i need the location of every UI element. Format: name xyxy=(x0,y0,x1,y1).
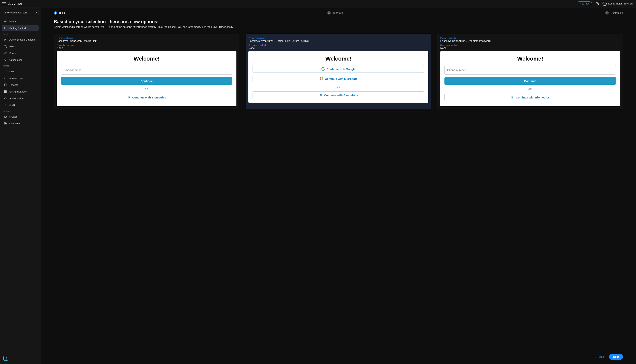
svg-rect-17 xyxy=(5,92,6,93)
sidebar-item-authorization[interactable]: Authorization xyxy=(2,95,39,101)
email-input[interactable] xyxy=(61,65,232,74)
or-text: OR xyxy=(337,86,340,88)
sidebar-item-project[interactable]: Project xyxy=(2,114,39,120)
preview-1: Welcome! Continue OR Continue with Biome… xyxy=(57,52,236,106)
sidebar-item-users[interactable]: Users xyxy=(2,68,39,74)
sidebar-item-getting-started[interactable]: Getting Started xyxy=(2,25,39,31)
menu-icon[interactable] xyxy=(2,2,6,5)
building-icon xyxy=(4,83,7,86)
option-card-1[interactable]: Primary methods: Passkeys (WebAuthn), Ma… xyxy=(54,34,239,109)
primary-label: Primary methods: xyxy=(440,37,620,39)
puzzle-icon xyxy=(4,58,7,62)
main: 1 Build 2 Integrate 3 Customize Based on… xyxy=(41,8,636,364)
sidebar-item-flows[interactable]: Flows xyxy=(2,43,39,49)
svg-point-3 xyxy=(5,40,6,40)
step-customize[interactable]: 3 Customize xyxy=(605,11,623,14)
next-button[interactable]: Next xyxy=(609,354,623,360)
svg-rect-14 xyxy=(5,91,6,92)
sidebar-item-label: Audit xyxy=(9,104,15,106)
svg-rect-15 xyxy=(6,91,7,92)
sidebar-item-label: Users xyxy=(9,70,16,73)
sidebar-item-auth-methods[interactable]: Authentication Methods xyxy=(2,36,39,42)
step-build[interactable]: 1 Build xyxy=(54,11,65,14)
biometrics-button[interactable]: Continue with Biometrics xyxy=(61,94,232,101)
primary-value: Passkeys (WebAuthn), Magic Link xyxy=(57,40,236,42)
grid-icon xyxy=(4,90,7,93)
home-icon xyxy=(4,20,7,23)
or-text: OR xyxy=(528,88,532,90)
sidebar-item-access-keys[interactable]: Access Keys xyxy=(2,75,39,81)
primary-value: Passkeys (WebAuthn), Social Login (OAuth… xyxy=(248,40,428,42)
preview-2: Welcome! Continue with Google Continue w… xyxy=(248,52,428,102)
sidebar-item-tenants[interactable]: Tenants xyxy=(2,82,39,88)
folder-icon xyxy=(4,115,7,118)
svg-rect-16 xyxy=(4,92,5,93)
biometrics-button[interactable]: Continue with Biometrics xyxy=(252,91,424,99)
welcome-heading: Welcome! xyxy=(252,56,424,62)
microsoft-button[interactable]: Continue with Microsoft xyxy=(252,75,424,82)
secondary-label: Secondary method: xyxy=(440,44,620,46)
sidebar-item-company[interactable]: Company xyxy=(2,120,39,126)
sidebar: flowery-lavender-bohr Home Getting Start… xyxy=(0,8,41,364)
sidebar-item-label: Access Keys xyxy=(9,77,23,80)
continue-button[interactable]: Continue xyxy=(444,77,616,85)
svg-rect-11 xyxy=(5,90,6,91)
microsoft-icon xyxy=(320,77,323,80)
topbar-right: Free Plan Kumar Harsh, Tech Ed xyxy=(577,2,633,6)
continue-button[interactable]: Continue xyxy=(61,77,232,85)
option-card-2[interactable]: Primary methods: Passkeys (WebAuthn), So… xyxy=(246,34,431,109)
flag-icon xyxy=(4,26,7,30)
svg-rect-12 xyxy=(6,90,7,91)
welcome-heading: Welcome! xyxy=(61,56,232,62)
option-card-3[interactable]: Primary methods: Passkeys (WebAuthn), On… xyxy=(438,34,623,109)
svg-point-7 xyxy=(6,70,6,71)
step-label-customize: Customize xyxy=(610,12,623,14)
flows-icon xyxy=(4,45,7,48)
welcome-heading: Welcome! xyxy=(444,56,616,62)
users-icon xyxy=(4,70,7,73)
free-plan-button[interactable]: Free Plan xyxy=(577,2,592,6)
primary-value: Passkeys (WebAuthn), One-time Password xyxy=(440,40,620,42)
back-label: Back xyxy=(598,356,604,358)
section-build: Build xyxy=(2,32,39,36)
sidebar-item-connectors[interactable]: Connectors xyxy=(2,57,39,63)
step-num-1: 1 xyxy=(54,11,57,14)
svg-point-6 xyxy=(5,70,6,71)
user-chip[interactable]: Kumar Harsh, Tech Ed xyxy=(602,2,633,6)
biometrics-label: Continue with Biometrics xyxy=(324,94,358,97)
sidebar-item-label: Getting Started xyxy=(9,27,26,30)
sidebar-item-label: Authentication Methods xyxy=(9,38,35,41)
svg-rect-13 xyxy=(4,91,5,92)
secondary-value: None xyxy=(248,46,428,50)
sidebar-item-styles[interactable]: Styles xyxy=(2,50,39,56)
sidebar-item-home[interactable]: Home xyxy=(2,18,39,24)
access-keys-icon xyxy=(4,76,7,80)
google-label: Continue with Google xyxy=(327,68,356,71)
sidebar-item-label: Connectors xyxy=(9,58,22,61)
topbar: descpe Free Plan Kumar Harsh, Tech Ed xyxy=(0,0,636,8)
help-icon[interactable] xyxy=(595,2,599,6)
arrow-left-icon xyxy=(593,356,596,358)
back-button[interactable]: Back xyxy=(592,355,605,358)
sidebar-item-label: Styles xyxy=(9,52,16,54)
google-button[interactable]: Continue with Google xyxy=(252,65,424,73)
step-num-3: 3 xyxy=(605,11,609,14)
chat-widget-icon[interactable]: (•) xyxy=(3,356,8,361)
svg-rect-4 xyxy=(4,45,5,46)
svg-rect-19 xyxy=(5,98,6,99)
sidebar-item-audit[interactable]: Audit xyxy=(2,102,39,108)
step-integrate[interactable]: 2 Integrate xyxy=(327,11,343,14)
biometrics-label: Continue with Biometrics xyxy=(132,96,166,99)
cards-row: Primary methods: Passkeys (WebAuthn), Ma… xyxy=(54,34,623,109)
secondary-label: Secondary method: xyxy=(248,44,428,46)
or-text: OR xyxy=(145,88,149,90)
phone-input[interactable] xyxy=(444,65,616,74)
page-title: Based on your selection - here are a few… xyxy=(54,19,623,24)
key-icon xyxy=(4,38,7,41)
avatar-icon xyxy=(602,2,607,6)
step-num-2: 2 xyxy=(327,11,331,14)
page-subtitle: Select which login screen works best for… xyxy=(54,26,623,28)
biometrics-button[interactable]: Continue with Biometrics xyxy=(444,94,616,101)
sidebar-item-idp-applications[interactable]: IdP Applications xyxy=(2,88,39,94)
project-select[interactable]: flowery-lavender-bohr xyxy=(2,10,39,15)
